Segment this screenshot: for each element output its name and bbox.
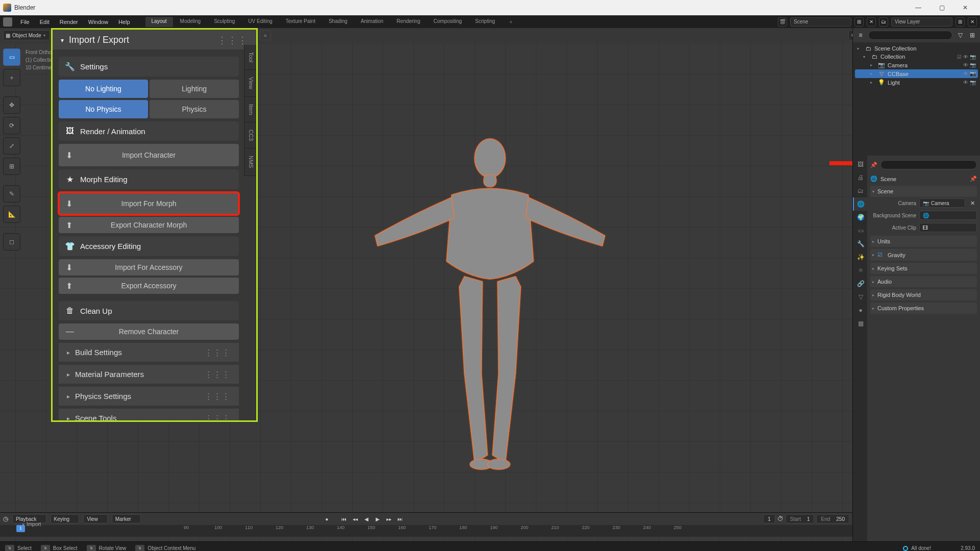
outliner-item-light[interactable]: ▸💡Light👁 📷 [855,78,978,87]
keyframe-prev-button[interactable]: ◂◂ [350,514,360,523]
keyframe-next-button[interactable]: ▸▸ [384,514,394,523]
big-ntab-nms[interactable]: NMS [244,148,256,176]
big-import-for-morph-button[interactable]: ⬇Import For Morph [59,192,239,215]
prop-tab-texture[interactable]: ▦ [853,317,867,330]
big-ntab-view[interactable]: View [244,70,256,97]
scene-new-button[interactable]: ⊞ [854,17,864,27]
viewlayer-new-button[interactable]: ⊞ [955,17,965,27]
outliner-item-ccbase[interactable]: ▸▽CCBase👁 📷 [855,69,978,78]
prop-sect-scene[interactable]: Scene [870,186,977,197]
scale-tool[interactable]: ⤢ [3,137,20,155]
maximize-button[interactable]: ▢ [930,0,953,15]
outliner-new-button[interactable]: ⊞ [968,32,977,39]
pin-button[interactable]: 📌 [970,176,977,182]
annotate-tool[interactable]: ✎ [3,185,20,203]
scene-icon[interactable]: 🎬 [778,17,787,27]
jump-end-button[interactable]: ⏭ [395,514,405,523]
prop-tab-modifier[interactable]: 🔧 [853,237,867,251]
big-scene-tools[interactable]: Scene Tools⋮⋮⋮ [59,409,239,422]
tab-sculpting[interactable]: Sculpting [208,17,241,27]
timeline-ruler[interactable]: 1 90100110120130140150160170180190200210… [0,525,852,537]
bgscene-field[interactable]: 🌐 [919,211,977,220]
big-no-lighting-toggle[interactable]: No Lighting [59,80,148,98]
tab-shading[interactable]: Shading [323,17,354,27]
mode-select[interactable]: ▦ Object Mode ▾ [3,30,50,40]
prop-sect-keying[interactable]: Keying Sets [870,263,977,274]
prop-tab-physics[interactable]: ⚛ [853,264,867,277]
prop-tab-world[interactable]: 🌍 [853,211,867,224]
timeline-type-icon[interactable]: ◷ [3,515,8,522]
big-title[interactable]: Import / Export⋮⋮⋮ [53,30,256,49]
marker-menu[interactable]: Marker [112,514,141,523]
clear-button[interactable]: ✕ [968,200,977,207]
big-export-acc-button[interactable]: ⬆Export Accessory [59,278,239,294]
prop-tab-render[interactable]: 🖼 [853,158,867,171]
big-physics-toggle[interactable]: Physics [150,100,239,118]
proportional-button[interactable]: ○ [260,30,271,40]
end-frame-field[interactable]: End250 [816,514,849,523]
play-button[interactable]: ▶ [373,514,383,523]
menu-window[interactable]: Window [83,17,113,27]
big-import-acc-button[interactable]: ⬇Import For Accessory [59,259,239,276]
prop-tab-scene[interactable]: 🌐 [853,197,867,211]
keying-menu[interactable]: Keying [51,514,80,523]
big-export-morph-button[interactable]: ⬆Export Character Morph [59,217,239,233]
big-lighting-toggle[interactable]: Lighting [150,80,239,98]
select-box-tool[interactable]: ▭ [3,48,20,66]
outliner-collection[interactable]: ▾🗀Collection☑ 👁 📷 [855,53,978,61]
pin-icon[interactable]: 📌 [870,162,877,168]
transform-tool[interactable]: ⊞ [3,158,20,175]
prop-tab-particles[interactable]: ✨ [853,251,867,264]
blender-icon[interactable] [3,17,12,27]
current-frame-field[interactable]: 1 [763,514,775,523]
minimize-button[interactable]: — [906,0,930,15]
big-physics-settings[interactable]: Physics Settings⋮⋮⋮ [59,387,239,406]
tab-texturepaint[interactable]: Texture Paint [280,17,322,27]
big-build-settings[interactable]: Build Settings⋮⋮⋮ [59,343,239,362]
tab-compositing[interactable]: Compositing [427,17,468,27]
prop-search[interactable] [880,160,977,169]
measure-tool[interactable]: 📐 [3,206,20,223]
outliner-item-camera[interactable]: ▸📷Camera👁 📷 [855,61,978,69]
cursor-tool[interactable]: ＋ [3,69,20,86]
tab-modeling[interactable]: Modeling [174,17,207,27]
addcube-tool[interactable]: ◻ [3,233,20,251]
big-material-params[interactable]: Material Parameters⋮⋮⋮ [59,365,239,384]
character-mesh[interactable] [350,129,630,475]
prop-tab-viewlayer[interactable]: 🗂 [853,184,867,197]
scene-input[interactable]: Scene [790,17,851,27]
outliner-scene-collection[interactable]: ▾🗀Scene Collection [855,44,978,53]
prop-tab-data[interactable]: ▽ [853,290,867,304]
prop-tab-output[interactable]: 🖨 [853,171,867,184]
viewlayer-del-button[interactable]: ✕ [968,17,977,27]
rotate-tool[interactable]: ⟳ [3,117,20,134]
tab-scripting[interactable]: Scripting [469,17,501,27]
prop-sect-audio[interactable]: Audio [870,276,977,287]
prop-sect-gravity[interactable]: ☑Gravity [870,249,977,261]
play-rev-button[interactable]: ◀ [361,514,372,523]
menu-file[interactable]: File [15,17,35,27]
menu-help[interactable]: Help [113,17,135,27]
tab-rendering[interactable]: Rendering [390,17,426,27]
prop-sect-rigidbody[interactable]: Rigid Body World [870,289,977,300]
clip-field[interactable]: 🎞 [919,223,977,232]
menu-edit[interactable]: Edit [35,17,55,27]
big-ntab-tool[interactable]: Tool [244,45,256,70]
clock-icon[interactable]: ⏱ [777,515,783,522]
outliner-filter-button[interactable]: ▽ [955,32,965,39]
tab-add[interactable]: ＋ [502,17,520,27]
start-frame-field[interactable]: Start1 [786,514,815,523]
big-ntab-item[interactable]: Item [244,97,256,122]
timeline-view-menu[interactable]: View [83,514,108,523]
close-button[interactable]: ✕ [953,0,977,15]
outliner-search[interactable] [868,31,952,40]
prop-sect-units[interactable]: Units [870,236,977,247]
prop-sect-custom[interactable]: Custom Properties [870,303,977,314]
tab-layout[interactable]: Layout [145,17,173,27]
outliner-type-icon[interactable]: ≡ [856,32,865,39]
jump-start-button[interactable]: ⏮ [339,514,349,523]
big-ntab-cc3[interactable]: CC3 [244,122,256,148]
viewlayer-icon[interactable]: 🗂 [879,17,888,27]
viewlayer-input[interactable]: View Layer [891,17,952,27]
prop-tab-object[interactable]: ▭ [853,224,867,237]
